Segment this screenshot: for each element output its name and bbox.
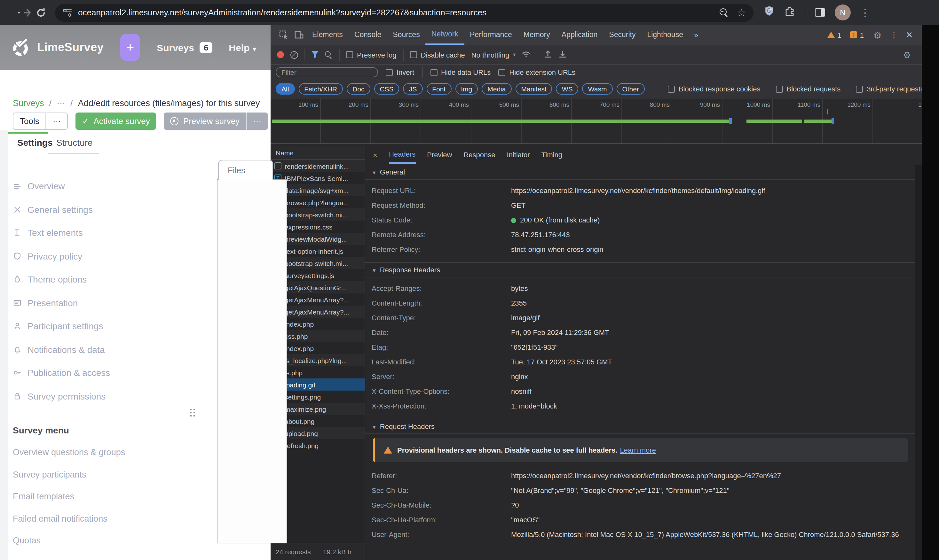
invert-checkbox[interactable]: Invert (386, 68, 414, 76)
zoom-icon[interactable] (719, 8, 728, 17)
side-panel-icon[interactable] (815, 8, 825, 17)
section-header[interactable]: ▼General (365, 165, 915, 180)
devtools-tab-sources[interactable]: Sources (387, 26, 426, 44)
devtools-tab-console[interactable]: Console (348, 26, 387, 44)
network-settings-icon[interactable]: ⚙ (903, 49, 911, 60)
filter-chip-img[interactable]: Img (455, 83, 478, 95)
devtools-menu-icon[interactable]: ⋮ (890, 30, 898, 40)
survey-menu-item[interactable]: Quotas (13, 530, 125, 552)
filter-chip-all[interactable]: All (276, 83, 294, 95)
sidebar-item-survey-permissions[interactable]: Survey permissions (13, 385, 125, 408)
tools-button[interactable]: Tools··· (13, 112, 68, 130)
disable-cache-checkbox[interactable]: Disable cache (410, 51, 465, 58)
files-tab[interactable]: Files (218, 160, 273, 180)
checkbox-icon[interactable] (430, 69, 437, 76)
hide-data-urls-checkbox[interactable]: Hide data URLs (430, 68, 490, 76)
survey-menu-item[interactable]: Failed email notifications (13, 508, 125, 530)
checkbox-icon[interactable] (410, 51, 417, 58)
tab-structure[interactable]: Structure (56, 137, 93, 148)
extensions-puzzle-icon[interactable] (784, 6, 795, 19)
site-info-icon[interactable] (63, 9, 72, 16)
sidebar-item-publication-access[interactable]: Publication & access (13, 361, 125, 385)
checkbox-icon[interactable] (386, 69, 393, 76)
devtools-tab-memory[interactable]: Memory (518, 26, 556, 44)
reload-icon[interactable] (34, 6, 47, 19)
sidebar-item-general-settings[interactable]: General settings (13, 198, 125, 221)
url-text[interactable]: oceanpatrol2.limesurvey.net/surveyAdmini… (78, 8, 714, 17)
checkbox-icon[interactable] (856, 85, 863, 92)
devtools-tab-security[interactable]: Security (603, 26, 641, 44)
learn-more-link[interactable]: Learn more (620, 446, 656, 454)
checkbox-icon[interactable] (668, 85, 675, 92)
warnings-badge[interactable]: 1 (827, 31, 842, 38)
activate-survey-button[interactable]: ✓Activate survey (76, 112, 156, 130)
checkbox-icon[interactable] (498, 69, 505, 76)
filter-chip-doc[interactable]: Doc (347, 83, 370, 95)
filter-chip-wasm[interactable]: Wasm (583, 83, 613, 95)
export-har-icon[interactable] (558, 50, 567, 60)
survey-menu-item[interactable]: Survey participants (13, 463, 125, 486)
hide-extension-urls-checkbox[interactable]: Hide extension URLs (498, 68, 575, 76)
tools-more-icon[interactable]: ··· (46, 116, 68, 126)
nav-surveys[interactable]: Surveys (157, 42, 194, 53)
sidebar-item-theme-options[interactable]: Theme options (13, 268, 125, 291)
profile-avatar[interactable]: N (835, 5, 851, 20)
filter-input[interactable]: Filter (276, 67, 378, 77)
record-icon[interactable] (277, 51, 284, 58)
filter-chip-font[interactable]: Font (426, 83, 451, 95)
breadcrumb-surveys[interactable]: Surveys (13, 98, 44, 108)
devtools-close-icon[interactable]: ✕ (906, 30, 913, 40)
checkbox-icon[interactable] (346, 51, 353, 58)
request-row[interactable]: rendersidemenulink... (271, 160, 365, 172)
device-toolbar-icon[interactable] (291, 27, 306, 43)
network-conditions-icon[interactable] (522, 50, 530, 60)
filter-chip-fetchxhr[interactable]: Fetch/XHR (298, 83, 343, 95)
survey-menu-item[interactable]: Assessments (13, 552, 125, 560)
network-timeline-overview[interactable]: 100 ms200 ms300 ms400 ms500 ms600 ms700 … (271, 98, 922, 144)
filter-chip-media[interactable]: Media (482, 83, 511, 95)
sidebar-item-participant-settings[interactable]: Participant settings (13, 314, 125, 338)
detail-tab-response[interactable]: Response (463, 147, 495, 163)
bookmark-star-icon[interactable]: ☆ (737, 8, 746, 17)
survey-menu-item[interactable]: Email templates (13, 486, 125, 508)
sidebar-item-text-elements[interactable]: Text elements (13, 221, 125, 245)
filter-chip-ws[interactable]: WS (556, 83, 578, 95)
detail-tab-preview[interactable]: Preview (427, 147, 452, 163)
limesurvey-logo-icon[interactable] (10, 37, 32, 58)
third-party-checkbox[interactable]: 3rd-party requests (856, 85, 924, 93)
detail-tab-initiator[interactable]: Initiator (507, 147, 530, 163)
devtools-tab-lighthouse[interactable]: Lighthouse (641, 26, 689, 44)
section-header[interactable]: ▼Request Headers (365, 419, 915, 434)
breadcrumb-ellipsis[interactable]: ··· (57, 98, 65, 108)
close-detail-icon[interactable]: × (373, 151, 378, 160)
more-tabs-icon[interactable]: » (689, 30, 703, 39)
preserve-log-checkbox[interactable]: Preserve log (346, 51, 396, 58)
shield-extension-icon[interactable] (764, 6, 775, 19)
filter-chip-manifest[interactable]: Manifest (515, 83, 552, 95)
address-bar[interactable]: oceanpatrol2.limesurvey.net/surveyAdmini… (55, 3, 754, 22)
blocked-cookies-checkbox[interactable]: Blocked response cookies (668, 85, 760, 93)
create-survey-button[interactable]: + (120, 34, 140, 61)
devtools-tab-performance[interactable]: Performance (464, 26, 518, 44)
blocked-requests-checkbox[interactable]: Blocked requests (776, 85, 841, 93)
detail-tab-timing[interactable]: Timing (541, 147, 562, 163)
tab-settings[interactable]: Settings (17, 137, 52, 148)
throttling-select[interactable]: No throttling▾ (472, 51, 516, 58)
sidebar-item-overview[interactable]: Overview (13, 174, 125, 198)
devtools-tab-application[interactable]: Application (556, 26, 603, 44)
nav-help[interactable]: Help▾ (229, 42, 256, 53)
devtools-settings-icon[interactable]: ⚙ (873, 30, 882, 40)
filter-chip-css[interactable]: CSS (374, 83, 399, 95)
sidebar-item-presentation[interactable]: Presentation (13, 291, 125, 314)
drag-handle-icon[interactable] (189, 408, 196, 417)
devtools-tab-network[interactable]: Network (426, 25, 464, 45)
preview-more-icon[interactable]: ··· (247, 116, 268, 126)
section-header[interactable]: ▼Response Headers (365, 263, 915, 277)
clear-icon[interactable] (290, 51, 298, 58)
detail-tab-headers[interactable]: Headers (389, 146, 415, 164)
issues-badge[interactable]: !1 (850, 31, 864, 38)
devtools-tab-elements[interactable]: Elements (306, 26, 348, 44)
search-icon[interactable] (325, 51, 333, 58)
filter-chip-other[interactable]: Other (616, 83, 645, 95)
checkbox-icon[interactable] (776, 85, 783, 92)
